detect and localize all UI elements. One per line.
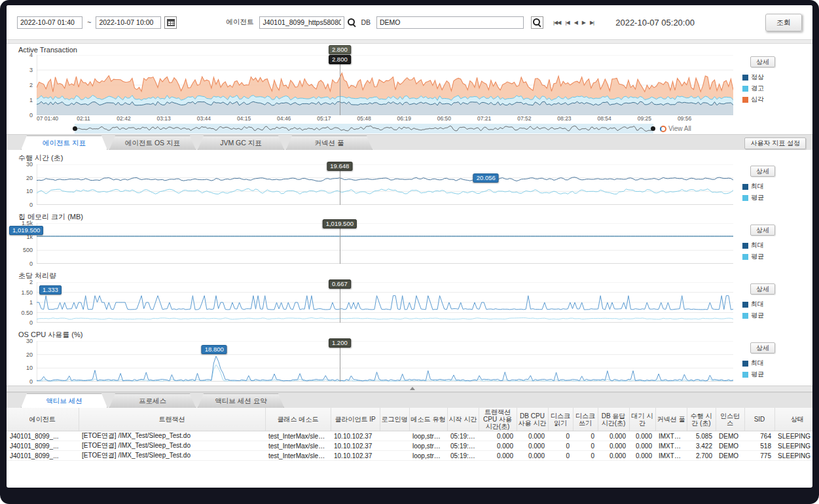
- column-header[interactable]: 클라이언트 IP: [331, 408, 380, 431]
- column-header[interactable]: 디스크 쓰기: [573, 408, 598, 431]
- column-header[interactable]: 인스턴스: [716, 408, 744, 431]
- active-transaction-section: Active Transaction 432102.8002.800상세정상경고…: [7, 44, 812, 134]
- date-from-input[interactable]: [17, 16, 82, 29]
- table-cell: 0.000: [598, 431, 629, 441]
- x-axis-tick: 02:42: [117, 115, 130, 122]
- x-axis-tick: 07:21: [477, 115, 491, 122]
- legend-item[interactable]: 평균: [742, 252, 812, 261]
- table-row[interactable]: J40101_8099_...[ETOE연결] /IMX_Test/Sleep_…: [7, 441, 812, 451]
- chart-range-navigator[interactable]: [75, 124, 653, 134]
- table-cell: 10.10.102.37: [331, 451, 380, 461]
- column-header[interactable]: 에이전트: [7, 408, 79, 431]
- atx-plot-area[interactable]: 2.8002.800: [37, 55, 733, 115]
- legend-item[interactable]: 최대: [742, 359, 812, 368]
- legend-swatch-icon: [742, 313, 748, 319]
- table-row[interactable]: J40101_8099_...[ETOE연결] /IMX_Test/Sleep_…: [7, 451, 812, 461]
- column-header[interactable]: 트랜잭션: [79, 408, 265, 431]
- detail-button[interactable]: 상세: [750, 56, 775, 67]
- agent-input[interactable]: [259, 16, 344, 29]
- session-tab-0[interactable]: 액티브 세션: [21, 393, 107, 408]
- table-row[interactable]: J40101_8099_...[ETOE연결] /IMX_Test/Sleep_…: [7, 431, 812, 441]
- chart-navigator-row: View All: [75, 123, 812, 134]
- legend-item[interactable]: 최대: [742, 241, 812, 250]
- nav-next-button[interactable]: ▶: [581, 19, 587, 26]
- column-header[interactable]: 대기 시간: [629, 408, 655, 431]
- legend-item[interactable]: 최대: [742, 182, 812, 191]
- toolbar-separator: [7, 39, 812, 44]
- view-all-label: View All: [668, 125, 691, 132]
- active-session-table: 에이전트트랜잭션클래스 메소드클라이언트 IP로그인명메소드 유형시작 시간트랜…: [7, 408, 812, 461]
- column-header[interactable]: 수행 시간 (초): [687, 408, 716, 431]
- detail-button[interactable]: 상세: [750, 225, 775, 236]
- search-button[interactable]: 조회: [765, 14, 802, 31]
- chart-y-axis: 3020100: [7, 341, 37, 386]
- chart-plot-area[interactable]: 18.8001.200: [37, 341, 733, 386]
- table-cell: 0.000: [629, 451, 655, 461]
- table-cell: 0: [548, 451, 573, 461]
- column-header[interactable]: DB 응답 시간(초): [598, 408, 629, 431]
- agent-search-icon[interactable]: [348, 18, 356, 27]
- legend-label: 최대: [751, 182, 764, 191]
- legend-item[interactable]: 심각: [742, 95, 812, 104]
- navigator-handle-left[interactable]: [73, 126, 77, 131]
- session-tab-1[interactable]: 프로세스: [109, 393, 196, 408]
- metric-tab-3[interactable]: 커넥션 풀: [286, 135, 373, 150]
- y-axis-tick: 0: [29, 261, 33, 267]
- legend-item[interactable]: 최대: [742, 300, 812, 309]
- chart-plot-area[interactable]: 1.3330.667: [37, 282, 733, 327]
- table-cell: 0.000: [479, 441, 517, 451]
- x-axis-tick: 07 01:40: [37, 115, 58, 122]
- session-tab-2[interactable]: 액티브 세션 요약: [198, 393, 284, 408]
- table-cell: DEMO: [716, 451, 744, 461]
- time-nav-buttons: |◀◀|◀◀▶▶|: [552, 19, 595, 26]
- user-metric-settings-button[interactable]: 사용자 지표 설정: [744, 137, 806, 149]
- data-label-tooltip: 18.800: [202, 345, 227, 354]
- chart-side-panel: 상세최대평균: [733, 282, 812, 327]
- column-header[interactable]: 로그인명: [380, 408, 409, 431]
- legend-item[interactable]: 평균: [742, 370, 812, 379]
- date-to-input[interactable]: [96, 16, 161, 29]
- column-header[interactable]: 커넥션 풀: [655, 408, 687, 431]
- metric-tab-0[interactable]: 에이전트 지표: [21, 135, 107, 150]
- legend-item[interactable]: 평균: [742, 193, 812, 202]
- nav-prev-button[interactable]: ◀: [573, 19, 579, 26]
- nav-fast-back-button[interactable]: |◀: [564, 19, 570, 26]
- x-axis-tick: 03:13: [157, 115, 171, 122]
- metric-tab-2[interactable]: JVM GC 지표: [198, 135, 284, 150]
- table-cell: 05:19:56: [447, 441, 479, 451]
- nav-first-button[interactable]: |◀◀: [552, 19, 562, 26]
- column-header[interactable]: SID: [744, 408, 774, 431]
- column-header[interactable]: 시작 시간: [447, 408, 479, 431]
- legend-item[interactable]: 정상: [742, 73, 812, 82]
- session-tabbar: 액티브 세션프로세스액티브 세션 요약: [7, 392, 812, 408]
- chart-plot-area[interactable]: 1,019.5001,019.500: [37, 223, 733, 268]
- table-cell: 0.000: [629, 431, 655, 441]
- calendar-button[interactable]: [164, 16, 177, 29]
- column-header[interactable]: 디스크 읽기: [548, 408, 573, 431]
- column-header[interactable]: DB CPU 사용 시간: [517, 408, 548, 431]
- column-header[interactable]: 상태: [774, 408, 812, 431]
- legend-swatch-icon: [742, 195, 748, 201]
- chart-plot-area[interactable]: 19.64820.056: [37, 164, 733, 209]
- legend-item[interactable]: 평균: [742, 311, 812, 320]
- view-all-link[interactable]: View All: [660, 125, 691, 132]
- detail-button[interactable]: 상세: [750, 283, 775, 295]
- detail-button[interactable]: 상세: [750, 342, 775, 353]
- column-header[interactable]: 트랜잭션 CPU 사용 시간(초): [479, 408, 517, 431]
- toolbar: ~ 에이전트 DB |◀◀|◀◀▶▶| 2022-10-07 05:20:00 …: [7, 5, 812, 39]
- column-header[interactable]: 메소드 유형: [409, 408, 447, 431]
- table-cell: 0.000: [479, 431, 517, 441]
- detail-button[interactable]: 상세: [750, 166, 775, 177]
- column-header[interactable]: 클래스 메소드: [265, 408, 331, 431]
- legend-item[interactable]: 경고: [742, 84, 812, 93]
- nav-last-button[interactable]: ▶|: [589, 19, 595, 26]
- horizontal-splitter[interactable]: [7, 386, 812, 392]
- db-search-button[interactable]: [531, 16, 543, 29]
- metric-tab-1[interactable]: 에이전트 OS 지표: [109, 135, 196, 150]
- table-cell: test_InterMax/sleep_test.d...: [265, 441, 331, 451]
- db-input[interactable]: [376, 16, 524, 29]
- legend-swatch-icon: [742, 243, 748, 249]
- y-axis-tick: 2: [29, 279, 33, 285]
- x-axis-tick: 08:54: [598, 115, 611, 122]
- navigator-handle-right[interactable]: [651, 126, 655, 131]
